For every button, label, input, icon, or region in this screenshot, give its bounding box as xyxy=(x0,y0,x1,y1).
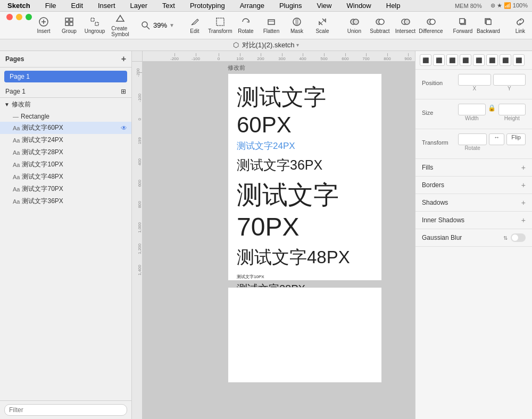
fills-header[interactable]: Fills + xyxy=(422,163,526,172)
page-1-item[interactable]: Page 1 xyxy=(4,71,127,82)
align-bottom-button[interactable]: ⬛ xyxy=(486,54,498,66)
text-icon: Aa xyxy=(13,162,20,168)
intersect-button[interactable]: Intersect xyxy=(394,14,417,36)
x-input[interactable] xyxy=(458,74,491,86)
x-label: X xyxy=(458,86,491,91)
svg-rect-6 xyxy=(70,22,73,26)
traffic-lights xyxy=(6,14,32,20)
create-symbol-button[interactable]: Create Symbol xyxy=(109,12,132,39)
artboard-content-1: 测试文字60PX 测试文字24PX 测试文字36PX 测试文字70PX 测试文字… xyxy=(228,74,381,305)
page-dropdown[interactable]: Page 1 ⊞ xyxy=(0,86,131,98)
artboard-2[interactable] xyxy=(228,287,382,383)
minimize-button[interactable] xyxy=(16,14,22,20)
transform-button[interactable]: Transform xyxy=(209,14,232,36)
backward-button[interactable]: Backward xyxy=(477,14,500,36)
ruler-corner xyxy=(132,51,143,62)
gaussian-blur-header[interactable]: Gaussian Blur ⇅ xyxy=(422,233,526,242)
distribute-v-button[interactable]: ⬛ xyxy=(513,54,525,66)
difference-button[interactable]: Difference xyxy=(419,14,443,36)
position-label: Position xyxy=(422,80,456,86)
layer-item-label: 测试文字70PX xyxy=(22,185,63,194)
position-section: Position X Y xyxy=(415,70,532,99)
menu-plugins[interactable]: Plugins xyxy=(276,1,305,11)
filter-area xyxy=(0,400,131,419)
add-inner-shadow-button[interactable]: + xyxy=(521,216,526,224)
y-input[interactable] xyxy=(493,74,526,86)
layer-item-text10[interactable]: Aa 测试文字10PX xyxy=(0,158,131,171)
layer-item-text24[interactable]: Aa 测试文字24PX xyxy=(0,134,131,146)
scale-button[interactable]: Scale xyxy=(311,14,334,36)
layer-item-text36[interactable]: Aa 测试文字36PX xyxy=(0,195,131,207)
add-fill-button[interactable]: + xyxy=(521,163,526,172)
layer-item-rectangle[interactable]: — Rectangle xyxy=(0,111,131,122)
layer-item-text70[interactable]: Aa 测试文字70PX xyxy=(0,183,131,195)
lock-ratio-button[interactable]: 🔒 xyxy=(488,104,496,112)
align-top-button[interactable]: ⬛ xyxy=(460,54,471,66)
artboard-1[interactable]: 测试文字60PX 测试文字24PX 测试文字36PX 测试文字70PX 测试文字… xyxy=(228,73,382,281)
mask-button[interactable]: Mask xyxy=(285,14,309,36)
toolbar: Insert Group Ungroup Create Symbol 39% ▼… xyxy=(0,12,532,39)
rotate-input[interactable] xyxy=(458,133,487,145)
width-input[interactable] xyxy=(458,104,486,115)
art-text-10px: 测试文字10PX xyxy=(237,274,373,280)
shadows-header[interactable]: Shadows + xyxy=(422,198,526,207)
menu-insert[interactable]: Insert xyxy=(95,1,119,11)
visibility-icon[interactable]: 👁 xyxy=(121,124,127,132)
flip-label: Flip xyxy=(511,134,521,140)
size-label: Size xyxy=(422,110,456,116)
zoom-control[interactable]: 39% ▼ xyxy=(140,20,174,31)
align-right-button[interactable]: ⬛ xyxy=(446,54,458,66)
sidebar: Pages + Page 1 Page 1 ⊞ ▼ 修改前 — Rectangl… xyxy=(0,51,132,419)
union-button[interactable]: Union xyxy=(343,14,366,36)
layer-group-xiugaiqian[interactable]: ▼ 修改前 xyxy=(0,98,131,111)
menu-view[interactable]: View xyxy=(314,1,335,11)
menu-layer[interactable]: Layer xyxy=(127,1,151,11)
edit-button[interactable]: Edit xyxy=(183,14,206,36)
maximize-button[interactable] xyxy=(26,14,32,20)
right-panel: ⬛ ⬛ ⬛ ⬛ ⬛ ⬛ ⬛ ⬛ Position X xyxy=(415,51,532,419)
flip-h-button[interactable]: ↔ xyxy=(489,133,504,145)
menu-window[interactable]: Window xyxy=(344,1,375,11)
align-center-v-button[interactable]: ⬛ xyxy=(473,54,485,66)
add-page-button[interactable]: + xyxy=(121,54,126,64)
forward-button[interactable]: Forward xyxy=(451,14,475,36)
subtract-button[interactable]: Subtract xyxy=(368,14,392,36)
add-border-button[interactable]: + xyxy=(521,181,526,189)
layer-item-text28[interactable]: Aa 测试文字28PX xyxy=(0,146,131,158)
menu-sketch[interactable]: Sketch xyxy=(4,1,34,11)
page-dropdown-label: Page 1 xyxy=(5,88,26,95)
insert-button[interactable]: Insert xyxy=(32,14,55,36)
layer-item-text60[interactable]: Aa 测试文字60PX 👁 xyxy=(0,122,131,134)
flip-v-button[interactable]: Flip xyxy=(506,133,526,145)
menu-edit[interactable]: Edit xyxy=(68,1,86,11)
inner-shadows-label: Inner Shadows xyxy=(422,216,464,224)
rotate-sub-label: Rotate xyxy=(458,145,487,151)
flatten-button[interactable]: Flatten xyxy=(260,14,283,36)
gaussian-blur-toggle[interactable] xyxy=(511,233,526,242)
menu-help[interactable]: Help xyxy=(383,1,404,11)
close-button[interactable] xyxy=(6,14,13,20)
link-button[interactable]: Link xyxy=(509,14,532,36)
menu-prototyping[interactable]: Prototyping xyxy=(187,1,228,11)
group-button[interactable]: Group xyxy=(57,14,81,36)
filter-input[interactable] xyxy=(4,404,127,416)
menu-arrange[interactable]: Arrange xyxy=(237,1,268,11)
expand-arrow-icon: ▼ xyxy=(4,102,10,107)
zoom-value[interactable]: 39% xyxy=(153,21,167,29)
borders-header[interactable]: Borders + xyxy=(422,181,526,189)
layer-item-text48[interactable]: Aa 测试文字48PX xyxy=(0,171,131,183)
height-input[interactable] xyxy=(498,104,526,115)
svg-rect-13 xyxy=(268,20,275,24)
rotate-button[interactable]: Rotate xyxy=(234,14,257,36)
wifi-icon: ⊛ ★ 📶 100% xyxy=(491,2,528,9)
width-input-wrapper: Width xyxy=(458,104,486,121)
align-left-button[interactable]: ⬛ xyxy=(420,54,431,66)
menu-file[interactable]: File xyxy=(42,1,60,11)
add-shadow-button[interactable]: + xyxy=(521,198,526,207)
svg-rect-27 xyxy=(460,19,464,23)
inner-shadows-header[interactable]: Inner Shadows + xyxy=(422,216,526,224)
align-center-h-button[interactable]: ⬛ xyxy=(433,54,445,66)
menu-text[interactable]: Text xyxy=(159,1,178,11)
distribute-h-button[interactable]: ⬛ xyxy=(500,54,511,66)
ungroup-button[interactable]: Ungroup xyxy=(83,14,106,36)
